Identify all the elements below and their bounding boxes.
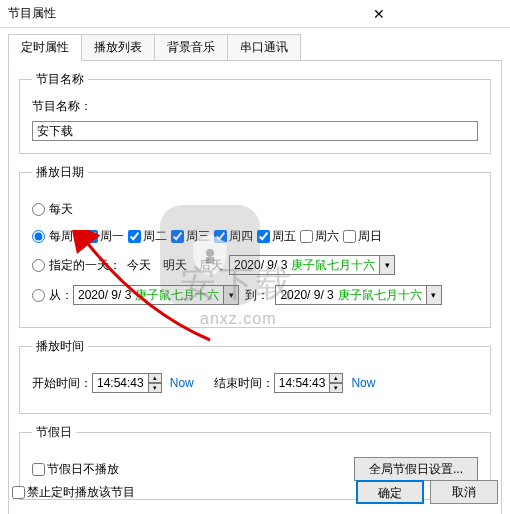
radio-weekly[interactable]	[32, 230, 45, 243]
group-time: 播放时间 开始时间： 14:54:43 ▴▾ Now 结束时间： 14:54:4…	[19, 338, 491, 414]
time-start[interactable]: 14:54:43	[92, 373, 149, 393]
chk-fri[interactable]	[257, 230, 270, 243]
radio-specific[interactable]	[32, 259, 45, 272]
ok-button[interactable]: 确定	[356, 480, 424, 504]
spinner-end[interactable]: ▴▾	[329, 373, 343, 393]
label-end: 结束时间：	[214, 375, 274, 392]
tab-playlist[interactable]: 播放列表	[81, 34, 155, 61]
link-today[interactable]: 今天	[127, 257, 151, 274]
chk-mon[interactable]	[85, 230, 98, 243]
chk-thu[interactable]	[214, 230, 227, 243]
label-to: 到：	[245, 287, 269, 304]
legend-name: 节目名称	[32, 71, 88, 88]
chevron-down-icon[interactable]: ▾	[426, 285, 442, 305]
label-daily: 每天	[49, 201, 73, 218]
cancel-button[interactable]: 取消	[430, 480, 498, 504]
close-icon[interactable]: ✕	[255, 6, 502, 22]
date-specific[interactable]: 2020/ 9/ 3 庚子鼠七月十六	[229, 255, 380, 275]
label-specific: 指定的一天：	[49, 257, 121, 274]
label-weekly: 每周：	[49, 228, 85, 245]
chevron-down-icon[interactable]: ▾	[379, 255, 395, 275]
chk-forbid[interactable]	[12, 486, 25, 499]
legend-time: 播放时间	[32, 338, 88, 355]
chk-skip-holiday[interactable]	[32, 463, 45, 476]
chevron-down-icon[interactable]: ▾	[223, 285, 239, 305]
tab-timing[interactable]: 定时属性	[8, 34, 82, 61]
time-end[interactable]: 14:54:43	[274, 373, 331, 393]
tab-bar: 定时属性 播放列表 背景音乐 串口通讯	[8, 34, 502, 61]
label-start: 开始时间：	[32, 375, 92, 392]
legend-holiday: 节假日	[32, 424, 76, 441]
legend-date: 播放日期	[32, 164, 88, 181]
chk-wed[interactable]	[171, 230, 184, 243]
chk-tue[interactable]	[128, 230, 141, 243]
group-name: 节目名称 节目名称：	[19, 71, 491, 154]
window-title: 节目属性	[8, 5, 255, 22]
date-to[interactable]: 2020/ 9/ 3 庚子鼠七月十六	[275, 285, 426, 305]
link-tomorrow[interactable]: 明天	[163, 257, 187, 274]
chk-sun[interactable]	[343, 230, 356, 243]
date-from[interactable]: 2020/ 9/ 3 庚子鼠七月十六	[73, 285, 224, 305]
input-program-name[interactable]	[32, 121, 478, 141]
link-now-end[interactable]: Now	[351, 376, 375, 390]
label-program-name: 节目名称：	[32, 98, 478, 115]
tab-bgm[interactable]: 背景音乐	[154, 34, 228, 61]
link-now-start[interactable]: Now	[170, 376, 194, 390]
radio-range[interactable]	[32, 289, 45, 302]
group-date: 播放日期 每天 每周： 周一 周二 周三 周四 周五 周六 周日 指定的一天： …	[19, 164, 491, 328]
spinner-start[interactable]: ▴▾	[148, 373, 162, 393]
radio-daily[interactable]	[32, 203, 45, 216]
label-from: 从：	[49, 287, 73, 304]
link-dayafter[interactable]: 后天	[199, 257, 223, 274]
btn-global-holiday[interactable]: 全局节假日设置...	[354, 457, 478, 481]
tab-serial[interactable]: 串口通讯	[227, 34, 301, 61]
chk-sat[interactable]	[300, 230, 313, 243]
